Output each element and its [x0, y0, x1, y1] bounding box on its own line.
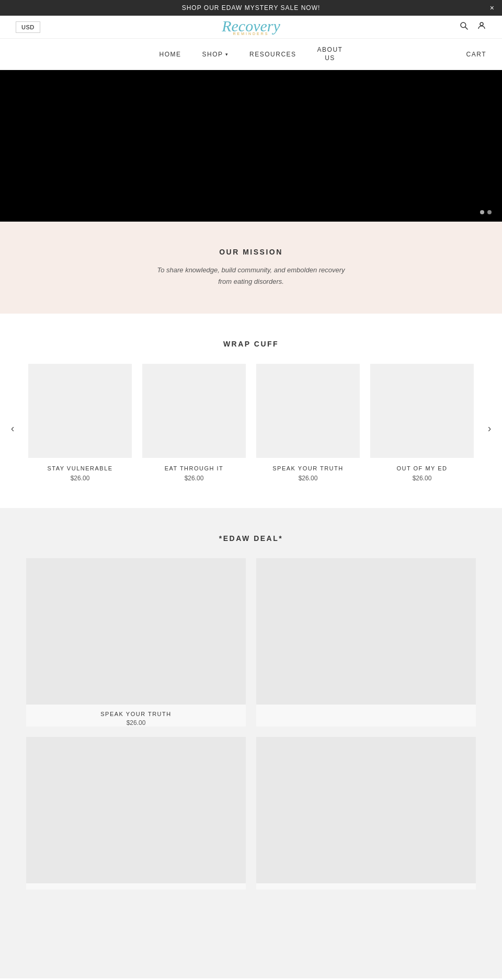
- edaw-product-card[interactable]: [256, 558, 476, 727]
- mission-section: OUR MISSION To share knowledge, build co…: [0, 222, 502, 314]
- announcement-text: SHOP OUR EDAW MYSTERY SALE NOW!: [182, 4, 321, 11]
- edaw-product-image: [256, 737, 476, 883]
- edaw-product-card[interactable]: SPEAK YOUR TRUTH $26.00: [26, 558, 246, 727]
- currency-selector[interactable]: USD: [16, 21, 40, 33]
- nav-item-about[interactable]: ABOUTUS: [317, 46, 343, 62]
- hero-carousel-dots: [480, 210, 492, 214]
- search-icon[interactable]: [459, 21, 469, 33]
- header-right: [459, 21, 486, 33]
- logo-reminders-text: REMINDERS: [233, 32, 269, 36]
- product-name: EAT THROUGH IT: [142, 465, 246, 471]
- product-price: $26.00: [142, 475, 246, 482]
- nav-item-resources[interactable]: RESOURCES: [249, 51, 296, 58]
- product-image: [28, 364, 132, 458]
- product-image: [370, 364, 474, 458]
- product-name: SPEAK YOUR TRUTH: [256, 465, 360, 471]
- svg-point-2: [480, 22, 483, 26]
- product-card[interactable]: EAT THROUGH IT $26.00: [137, 364, 251, 492]
- wrap-cuff-section: WRAP CUFF ‹ STAY VULNERABLE $26.00 EAT T…: [0, 314, 502, 508]
- svg-line-1: [465, 27, 468, 30]
- hero-banner: [0, 70, 502, 222]
- nav-item-home[interactable]: HOME: [159, 51, 181, 58]
- edaw-section: *EDAW DEAL* SPEAK YOUR TRUTH $26.00: [0, 508, 502, 978]
- wrap-cuff-title: WRAP CUFF: [0, 340, 502, 348]
- header: USD Recovery REMINDERS: [0, 16, 502, 39]
- product-image: [256, 364, 360, 458]
- hero-dot-1[interactable]: [480, 210, 484, 214]
- hero-dot-2[interactable]: [487, 210, 492, 214]
- product-image: [142, 364, 246, 458]
- edaw-product-image: [26, 558, 246, 705]
- edaw-product-name: SPEAK YOUR TRUTH: [26, 711, 246, 717]
- product-price: $26.00: [28, 475, 132, 482]
- svg-point-0: [461, 22, 466, 28]
- announcement-close-button[interactable]: ×: [490, 4, 495, 12]
- edaw-product-image: [256, 558, 476, 705]
- product-name: OUT OF MY ED: [370, 465, 474, 471]
- product-carousel: ‹ STAY VULNERABLE $26.00 EAT THROUGH IT …: [0, 364, 502, 492]
- edaw-product-card[interactable]: [256, 737, 476, 890]
- main-nav: HOME SHOP ▾ RESOURCES ABOUTUS CART: [0, 39, 502, 70]
- products-grid: STAY VULNERABLE $26.00 EAT THROUGH IT $2…: [23, 364, 479, 492]
- product-name: STAY VULNERABLE: [28, 465, 132, 471]
- carousel-prev-button[interactable]: ‹: [2, 418, 23, 439]
- product-card[interactable]: OUT OF MY ED $26.00: [365, 364, 479, 492]
- carousel-next-button[interactable]: ›: [479, 418, 500, 439]
- nav-item-shop[interactable]: SHOP ▾: [202, 51, 229, 58]
- cart-link[interactable]: CART: [466, 51, 486, 58]
- product-card[interactable]: STAY VULNERABLE $26.00: [23, 364, 137, 492]
- edaw-product-card[interactable]: [26, 737, 246, 890]
- shop-dropdown-icon: ▾: [225, 52, 229, 57]
- product-price: $26.00: [256, 475, 360, 482]
- edaw-product-price: $26.00: [26, 719, 246, 727]
- site-logo[interactable]: Recovery REMINDERS: [222, 18, 280, 36]
- product-price: $26.00: [370, 475, 474, 482]
- mission-title: OUR MISSION: [16, 248, 486, 256]
- header-left: USD: [16, 21, 40, 33]
- edaw-product-image: [26, 737, 246, 883]
- announcement-bar: SHOP OUR EDAW MYSTERY SALE NOW! ×: [0, 0, 502, 16]
- product-card[interactable]: SPEAK YOUR TRUTH $26.00: [251, 364, 365, 492]
- edaw-products-grid: SPEAK YOUR TRUTH $26.00: [26, 558, 476, 890]
- edaw-title: *EDAW DEAL*: [16, 534, 486, 543]
- mission-text: To share knowledge, build community, and…: [157, 264, 345, 287]
- account-icon[interactable]: [477, 21, 486, 33]
